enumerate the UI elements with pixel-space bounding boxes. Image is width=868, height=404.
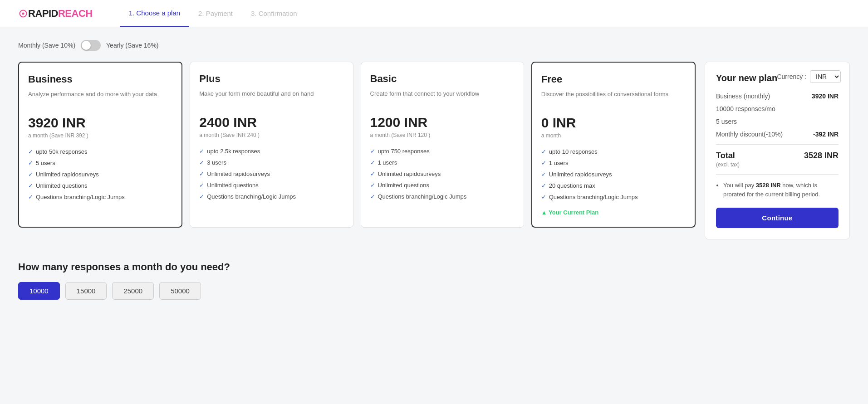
- check-icon: ✓: [541, 194, 546, 200]
- summary-row-2: 5 users: [716, 118, 839, 125]
- step-choose-plan[interactable]: 1. Choose a plan: [120, 0, 189, 27]
- summary-divider-2: [716, 174, 839, 175]
- check-icon: ✓: [28, 148, 33, 155]
- plan-feature: ✓Questions branching/Logic Jumps: [541, 191, 686, 203]
- check-icon: ✓: [370, 193, 375, 200]
- check-icon: ✓: [370, 148, 375, 155]
- logo-icon: [19, 9, 28, 18]
- svg-point-1: [22, 12, 25, 15]
- plan-desc: Discover the possibilities of conversati…: [541, 90, 686, 108]
- summary-label-1: 10000 responses/mo: [716, 105, 775, 112]
- summary-value-3: -392 INR: [813, 131, 839, 138]
- currency-row: Currency : INR USD EUR: [777, 70, 841, 83]
- plan-name: Plus: [199, 73, 343, 85]
- plan-feature: ✓Unlimited questions: [370, 180, 515, 191]
- plan-name: Free: [541, 73, 686, 85]
- plan-feature: ✓Unlimited rapidosurveys: [370, 168, 515, 180]
- plan-card-basic[interactable]: Basic Create form that connect to your w…: [361, 62, 524, 228]
- plans-grid: Business Analyze performance and do more…: [18, 62, 696, 228]
- check-icon: ✓: [370, 159, 375, 166]
- summary-total-label: Total: [716, 151, 735, 161]
- plan-feature: ✓3 users: [199, 157, 343, 168]
- summary-total-row: Total 3528 INR: [716, 151, 839, 161]
- plan-feature: ✓1 users: [370, 157, 515, 168]
- summary-total-value: 3528 INR: [804, 151, 839, 161]
- check-icon: ✓: [199, 170, 204, 177]
- toggle-yearly-label: Yearly (Save 16%): [106, 42, 158, 49]
- check-icon: ✓: [199, 148, 204, 155]
- check-icon: ✓: [541, 148, 546, 155]
- plan-features: ✓upto 50k responses✓5 users✓Unlimited ra…: [28, 146, 172, 203]
- plan-feature: ✓upto 50k responses: [28, 146, 172, 157]
- check-icon: ✓: [370, 182, 375, 189]
- summary-row-3: Monthly discount(-10%) -392 INR: [716, 131, 839, 138]
- summary-row-1: 10000 responses/mo: [716, 105, 839, 112]
- currency-select[interactable]: INR USD EUR: [810, 70, 841, 83]
- responses-section-title: How many responses a month do you need?: [18, 261, 850, 273]
- plans-and-summary: Business Analyze performance and do more…: [18, 62, 850, 239]
- check-icon: ✓: [370, 170, 375, 177]
- toggle-knob: [82, 41, 91, 50]
- summary-label-0: Business (monthly): [716, 92, 770, 100]
- check-icon: ✓: [541, 171, 546, 178]
- plan-feature: ✓Unlimited rapidosurveys: [541, 169, 686, 180]
- plan-feature: ✓Unlimited rapidosurveys: [199, 168, 343, 180]
- response-option-50000[interactable]: 50000: [159, 282, 201, 300]
- check-icon: ✓: [541, 182, 546, 189]
- summary-excl-tax: (excl. tax): [716, 161, 839, 168]
- plan-feature: ✓upto 750 responses: [370, 146, 515, 157]
- summary-panel: Your new plan Business (monthly) 3920 IN…: [705, 62, 850, 239]
- check-icon: ✓: [199, 182, 204, 189]
- plan-features: ✓upto 750 responses✓1 users✓Unlimited ra…: [370, 146, 515, 202]
- plan-name: Basic: [370, 73, 515, 85]
- check-icon: ✓: [541, 160, 546, 166]
- plan-desc: Analyze performance and do more with you…: [28, 90, 172, 108]
- check-icon: ✓: [199, 193, 204, 200]
- plan-feature: ✓1 users: [541, 157, 686, 169]
- check-icon: ✓: [28, 194, 33, 200]
- plan-feature: ✓Questions branching/Logic Jumps: [199, 191, 343, 202]
- plan-card-free[interactable]: Free Discover the possibilities of conve…: [531, 62, 696, 228]
- plan-price: 0 INR: [541, 115, 686, 131]
- plan-feature: ✓20 questions max: [541, 180, 686, 191]
- billing-toggle-switch[interactable]: [81, 40, 101, 51]
- stepper: 1. Choose a plan 2. Payment 3. Confirmat…: [120, 0, 306, 27]
- plan-features: ✓upto 2.5k responses✓3 users✓Unlimited r…: [199, 146, 343, 202]
- plan-price-sub: a month: [541, 132, 686, 139]
- plan-desc: Make your form more beautiful and on han…: [199, 89, 343, 107]
- plan-feature: ✓Unlimited questions: [199, 180, 343, 191]
- check-icon: ✓: [28, 160, 33, 166]
- plan-feature: ✓Unlimited questions: [28, 180, 172, 191]
- response-option-10000[interactable]: 10000: [18, 282, 60, 300]
- plan-price-sub: a month (Save INR 240 ): [199, 132, 343, 138]
- plan-feature: ✓5 users: [28, 157, 172, 169]
- continue-button[interactable]: Continue: [716, 208, 839, 228]
- billing-toggle-row: Monthly (Save 10%) Yearly (Save 16%): [18, 40, 850, 51]
- check-icon: ✓: [28, 171, 33, 178]
- plan-feature: ✓upto 10 responses: [541, 146, 686, 157]
- summary-value-0: 3920 INR: [812, 92, 839, 100]
- response-option-25000[interactable]: 25000: [112, 282, 154, 300]
- plan-feature: ✓upto 2.5k responses: [199, 146, 343, 157]
- plan-price: 3920 INR: [28, 115, 172, 131]
- response-option-15000[interactable]: 15000: [65, 282, 107, 300]
- bottom-section: How many responses a month do you need? …: [18, 261, 850, 300]
- check-icon: ✓: [199, 159, 204, 166]
- plan-name: Business: [28, 73, 172, 85]
- step-payment[interactable]: 2. Payment: [189, 0, 242, 27]
- plan-price-sub: a month (Save INR 392 ): [28, 132, 172, 139]
- step-confirmation[interactable]: 3. Confirmation: [242, 0, 306, 27]
- plan-card-business[interactable]: Business Analyze performance and do more…: [18, 62, 182, 228]
- plan-price: 1200 INR: [370, 115, 515, 130]
- summary-row-0: Business (monthly) 3920 INR: [716, 92, 839, 100]
- current-plan-badge: ▲ Your Current Plan: [541, 209, 686, 216]
- summary-label-2: 5 users: [716, 118, 737, 125]
- response-buttons: 10000150002500050000: [18, 282, 850, 300]
- plan-desc: Create form that connect to your workflo…: [370, 89, 515, 107]
- logo-reach: REACH: [58, 8, 93, 19]
- plan-price-sub: a month (Save INR 120 ): [370, 132, 515, 138]
- logo: RAPID REACH: [18, 8, 93, 19]
- plan-feature: ✓Questions branching/Logic Jumps: [28, 191, 172, 203]
- plan-card-plus[interactable]: Plus Make your form more beautiful and o…: [190, 62, 353, 228]
- toggle-monthly-label: Monthly (Save 10%): [18, 42, 75, 49]
